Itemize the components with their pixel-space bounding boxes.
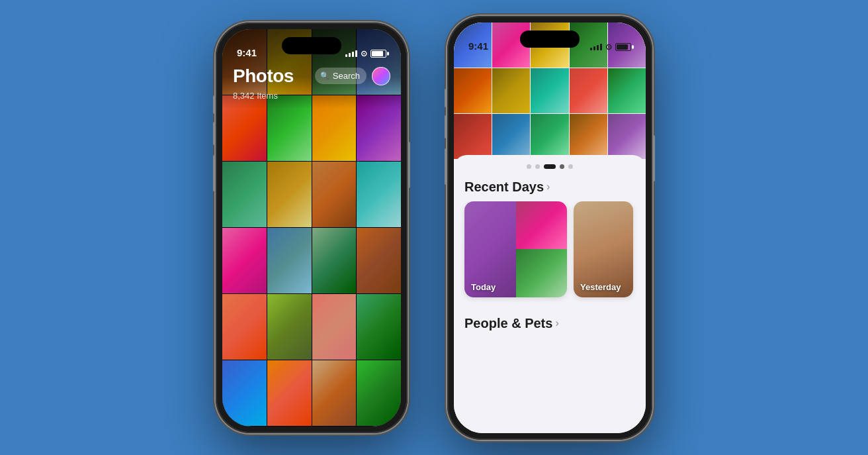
right-signal-bar-4 [600, 44, 602, 50]
photo-cell[interactable] [312, 294, 357, 360]
photo-cell[interactable] [357, 162, 401, 227]
signal-icon [345, 50, 357, 57]
right-status-bar: 9:41 ⊙ [454, 23, 646, 57]
lib-photo[interactable] [608, 68, 646, 113]
page-indicator [454, 155, 646, 176]
right-signal-bar-2 [593, 46, 595, 50]
status-icons: ⊙ [345, 49, 386, 58]
recent-days-chevron-icon: › [546, 181, 550, 193]
page-dot-1[interactable] [527, 164, 531, 169]
volume-up-button[interactable] [213, 122, 216, 145]
signal-bar-2 [349, 53, 351, 57]
photo-cell[interactable] [312, 162, 357, 227]
page-dot-2[interactable] [535, 164, 540, 169]
recent-days-title[interactable]: Recent Days [464, 179, 544, 195]
photo-cell[interactable] [222, 228, 267, 293]
right-battery-fill [617, 44, 628, 50]
search-icon: 🔍 [320, 72, 329, 80]
people-pets-title[interactable]: People & Pets [464, 316, 552, 331]
left-screen: 9:41 ⊙ [222, 29, 401, 427]
lib-photo[interactable] [492, 114, 530, 159]
people-pets-section: People & Pets › [454, 308, 646, 338]
lib-photo[interactable] [492, 68, 530, 113]
photos-count: 8,342 Items [233, 91, 390, 101]
volume-up-button-right[interactable] [445, 115, 447, 138]
lib-photo[interactable] [570, 114, 607, 159]
photo-cell[interactable] [312, 360, 357, 426]
photos-title: Photos [233, 66, 294, 87]
today-photo-br [516, 249, 568, 297]
photo-cell[interactable] [222, 162, 267, 227]
status-time: 9:41 [237, 47, 257, 58]
lib-photo[interactable] [608, 114, 646, 159]
power-button[interactable] [408, 142, 410, 188]
power-button-right[interactable] [652, 135, 655, 181]
lib-photo[interactable] [531, 114, 568, 159]
recent-days-row: Today Yesterday [454, 201, 646, 308]
photo-cell[interactable] [222, 360, 267, 426]
lib-photo[interactable] [570, 68, 607, 113]
right-signal-bar-1 [590, 48, 592, 50]
signal-bar-1 [345, 54, 347, 57]
photo-cell[interactable] [312, 228, 357, 293]
signal-bar-3 [352, 52, 354, 57]
yesterday-card[interactable]: Yesterday [574, 201, 633, 297]
page-dot-grid[interactable] [544, 164, 556, 169]
page-dot-5[interactable] [568, 164, 573, 169]
photos-title-row: Photos 🔍 Search [233, 66, 390, 87]
photo-cell[interactable] [357, 360, 401, 426]
library-content: Recent Days › Today [454, 155, 646, 433]
lib-photo[interactable] [454, 114, 492, 159]
avatar[interactable] [372, 67, 390, 85]
search-label: Search [333, 71, 360, 81]
wifi-icon: ⊙ [361, 49, 367, 58]
photo-cell[interactable] [357, 294, 401, 360]
right-iphone: Recent Days › Today [447, 16, 652, 440]
right-wifi-icon: ⊙ [605, 42, 612, 52]
signal-bar-4 [355, 50, 357, 57]
recent-days-header: Recent Days › [454, 176, 646, 201]
photo-cell[interactable] [357, 228, 401, 293]
right-status-time: 9:41 [468, 40, 488, 52]
right-battery-icon [615, 43, 631, 51]
page-dot-active[interactable] [560, 164, 564, 169]
scene: 9:41 ⊙ [0, 0, 868, 455]
photo-cell[interactable] [267, 228, 312, 293]
left-iphone: 9:41 ⊙ [216, 23, 408, 433]
right-signal-icon [590, 44, 602, 50]
mute-button[interactable] [213, 95, 216, 114]
volume-down-button[interactable] [213, 155, 216, 191]
photo-cell[interactable] [267, 294, 312, 360]
battery-fill [372, 51, 383, 56]
dynamic-island [282, 37, 341, 54]
search-button[interactable]: 🔍 Search [315, 68, 367, 84]
right-screen: Recent Days › Today [454, 23, 646, 433]
photo-cell[interactable] [222, 294, 267, 360]
mute-button-right[interactable] [445, 89, 447, 107]
right-signal-bar-3 [597, 45, 599, 50]
today-photo-tr [516, 201, 568, 250]
people-pets-header: People & Pets › [454, 312, 646, 338]
lib-photo[interactable] [454, 68, 492, 113]
volume-down-button-right[interactable] [445, 148, 447, 185]
today-label: Today [471, 282, 496, 292]
people-pets-chevron-icon: › [555, 317, 558, 329]
yesterday-label: Yesterday [580, 282, 621, 292]
today-card[interactable]: Today [464, 201, 567, 297]
battery-icon [370, 50, 386, 58]
library-screen: Recent Days › Today [454, 23, 646, 433]
photo-cell[interactable] [267, 162, 312, 227]
photo-cell[interactable] [267, 360, 312, 426]
right-status-icons: ⊙ [590, 42, 631, 52]
lib-photo[interactable] [531, 68, 568, 113]
